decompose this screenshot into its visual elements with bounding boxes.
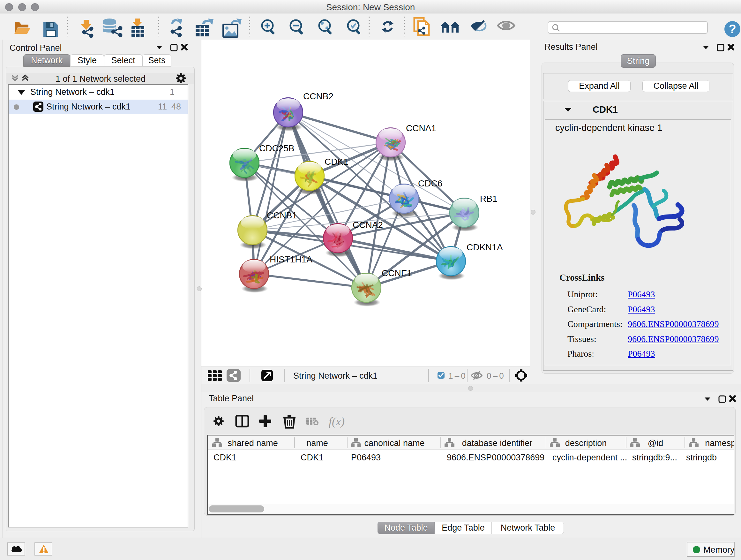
svg-text:1 – 0: 1 – 0: [448, 371, 466, 381]
svg-text:String Network – cdk1: String Network – cdk1: [293, 371, 378, 381]
svg-text:name: name: [307, 438, 328, 448]
svg-text:CDK1: CDK1: [300, 453, 324, 462]
svg-text:description: description: [565, 438, 607, 448]
svg-text:database identifier: database identifier: [462, 438, 533, 448]
svg-text:stringdb:9...: stringdb:9...: [632, 453, 677, 462]
svg-text:canonical name: canonical name: [364, 438, 424, 448]
svg-text:cyclin-dependent ...: cyclin-dependent ...: [552, 453, 627, 462]
svg-text:stringdb: stringdb: [686, 453, 717, 462]
svg-text:CDC25B: CDC25B: [259, 143, 294, 153]
svg-text:CCNE1: CCNE1: [382, 268, 412, 278]
svg-text:HIST1H1A: HIST1H1A: [270, 254, 313, 264]
svg-text:CDKN1A: CDKN1A: [467, 242, 503, 252]
svg-text:shared name: shared name: [227, 438, 278, 448]
svg-text:CDK1: CDK1: [325, 157, 348, 167]
svg-text:P06493: P06493: [351, 453, 381, 462]
svg-text:0 – 0: 0 – 0: [487, 371, 504, 381]
svg-text:CCNA2: CCNA2: [353, 220, 383, 230]
svg-text:RB1: RB1: [480, 194, 497, 204]
svg-text:CDK1: CDK1: [213, 453, 237, 462]
svg-text:?: ?: [729, 22, 736, 36]
svg-text:namespace: namespace: [705, 438, 734, 448]
svg-text:f(x): f(x): [329, 415, 345, 428]
svg-text:@id: @id: [648, 438, 663, 448]
svg-text:CCNB2: CCNB2: [303, 91, 333, 101]
svg-text:CCNB1: CCNB1: [267, 210, 297, 220]
svg-text:CCNA1: CCNA1: [406, 123, 436, 133]
svg-text:9606.ENSP00000378699: 9606.ENSP00000378699: [447, 453, 544, 462]
svg-text:CDC6: CDC6: [418, 179, 442, 188]
